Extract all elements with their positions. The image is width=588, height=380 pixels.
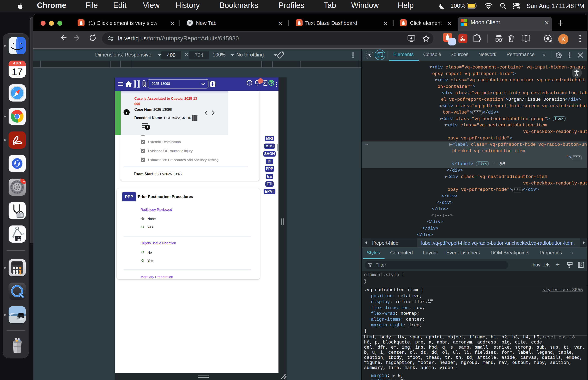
svg-text:?: ? <box>249 81 251 85</box>
svg-text:I-33E-W: I-33E-W <box>14 237 21 239</box>
